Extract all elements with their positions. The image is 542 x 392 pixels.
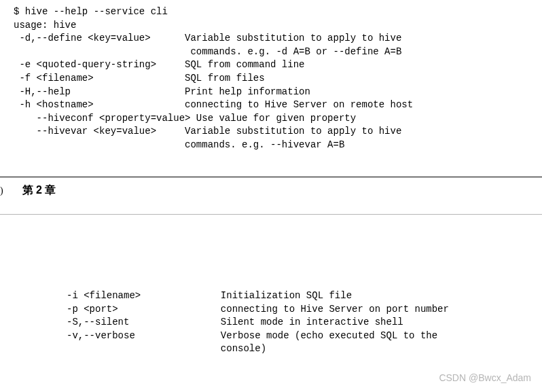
option-row: -e <quoted-query-string> SQL from comman…: [14, 58, 528, 72]
option-desc: connecting to Hive Server on remote host: [185, 99, 413, 110]
option-row: --hiveconf <property=value> Use value fo…: [14, 112, 528, 126]
option-row: -f <filename> SQL from files: [14, 72, 528, 86]
option-flag: --hivevar <key=value>: [14, 126, 185, 137]
option-desc: Variable substitution to apply to hive: [185, 126, 401, 137]
option-flag: -v,--verbose: [67, 330, 221, 341]
option-flag: -i <filename>: [67, 290, 221, 301]
help-output-bottom: -i <filename> Initialization SQL file -p…: [0, 289, 542, 367]
option-desc: Use value for given property: [196, 113, 356, 124]
option-row: -i <filename> Initialization SQL file: [67, 289, 528, 303]
option-flag: -p <port>: [67, 304, 221, 315]
option-flag: -S,--silent: [67, 317, 221, 327]
option-flag: [14, 139, 185, 150]
page-number: ): [0, 184, 3, 198]
option-flag: --hiveconf <property=value>: [14, 113, 196, 124]
option-flag: -e <quoted-query-string>: [14, 59, 185, 70]
option-desc: SQL from files: [185, 73, 265, 84]
option-row: commands. e.g. --hivevar A=B: [14, 139, 528, 152]
option-desc: commands. e.g. --hivevar A=B: [185, 139, 344, 150]
option-flag: -H,--help: [14, 86, 185, 97]
option-flag: [14, 46, 185, 57]
divider: [0, 177, 542, 177]
option-row: commands. e.g. -d A=B or --define A=B: [14, 46, 528, 59]
option-desc: connecting to Hive Server on port number: [221, 304, 449, 315]
option-desc: console): [221, 343, 266, 354]
page-gap: [0, 214, 542, 289]
option-desc: SQL from command line: [185, 59, 304, 70]
option-row: -v,--verbose Verbose mode (echo executed…: [67, 329, 528, 343]
option-row: -h <hostname> connecting to Hive Server …: [14, 99, 528, 112]
option-desc: Initialization SQL file: [221, 290, 352, 301]
option-row: -p <port> connecting to Hive Server on p…: [67, 303, 528, 317]
option-desc: commands. e.g. -d A=B or --define A=B: [185, 46, 401, 57]
chapter-title: 第 2 章: [22, 183, 56, 198]
option-flag: -d,--define <key=value>: [14, 33, 185, 43]
help-output-top: $ hive --help --service cli usage: hive …: [0, 0, 542, 158]
option-row: -H,--help Print help information: [14, 86, 528, 99]
option-desc: Verbose mode (echo executed SQL to the: [221, 330, 437, 341]
command-text: hive --help --service cli: [25, 6, 168, 17]
command-line: $ hive --help --service cli: [14, 5, 528, 19]
option-row: -S,--silent Silent mode in interactive s…: [67, 316, 528, 329]
chapter-header: ) 第 2 章: [0, 180, 542, 200]
option-row: --hivevar <key=value> Variable substitut…: [14, 125, 528, 139]
option-desc: Silent mode in interactive shell: [221, 317, 403, 327]
option-flag: -f <filename>: [14, 73, 185, 84]
option-desc: Variable substitution to apply to hive: [185, 33, 401, 43]
prompt: $: [14, 6, 19, 17]
option-row: -d,--define <key=value> Variable substit…: [14, 32, 528, 46]
option-flag: [67, 343, 221, 354]
option-desc: Print help information: [185, 86, 310, 97]
option-row: console): [67, 342, 528, 356]
option-flag: -h <hostname>: [14, 99, 185, 110]
watermark: CSDN @Bwcx_Adam: [439, 372, 531, 385]
usage-line: usage: hive: [14, 19, 528, 33]
